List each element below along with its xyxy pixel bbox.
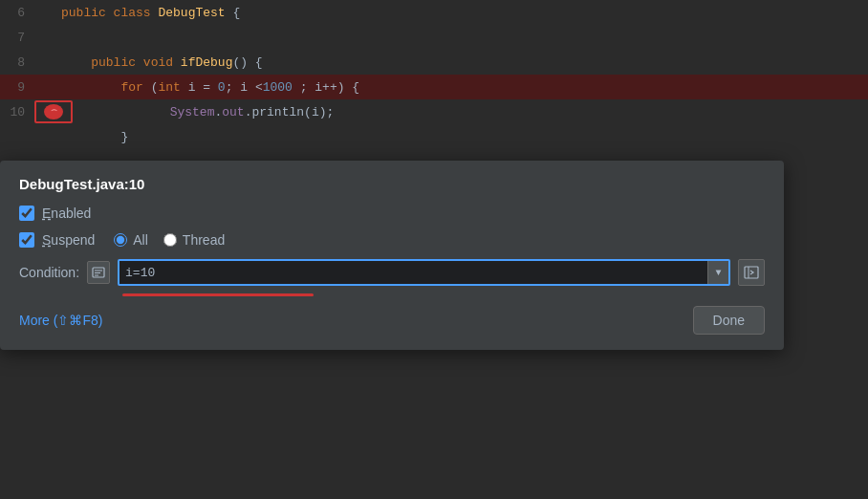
code-content-6: public class DebugTest { [54, 6, 868, 20]
condition-label: Condition: [19, 265, 79, 280]
condition-expand-button[interactable] [738, 259, 765, 286]
code-content-8: public void ifDebug() { [54, 55, 868, 70]
classname: DebugTest [158, 6, 225, 20]
all-text: All [133, 232, 148, 248]
indent [80, 105, 170, 119]
punctuation: { [226, 6, 241, 20]
breakpoint-dot: ⌢ [44, 104, 63, 119]
breakpoint-dialog: DebugTest.java:10 Enabled Suspend All Th… [0, 161, 784, 350]
keyword: public [61, 6, 114, 20]
error-underline [122, 293, 314, 296]
code-content-10: System.out.println(i); [73, 105, 868, 119]
code: } [61, 130, 128, 144]
suspend-row: Suspend All Thread [19, 232, 765, 248]
code: (i); [304, 105, 334, 119]
done-button[interactable]: Done [693, 306, 765, 335]
code-line-9: 9 for (int i = 0; i <1000 ; i++) { [0, 75, 868, 99]
keyword: public [91, 55, 143, 70]
all-radio-label[interactable]: All [114, 232, 148, 248]
condition-input[interactable] [119, 266, 707, 280]
keyword: int [158, 80, 180, 95]
thread-radio[interactable] [163, 233, 177, 247]
number: 1000 [263, 80, 293, 95]
indent [61, 80, 120, 95]
number: 0 [218, 80, 226, 95]
object: System [170, 105, 215, 119]
punctuation: () { [232, 55, 262, 70]
condition-icon-button[interactable] [87, 261, 110, 284]
suspend-options: All Thread [114, 232, 225, 248]
method-name: println [251, 105, 304, 119]
enabled-checkbox[interactable] [19, 206, 34, 221]
condition-row: Condition: ▼ [19, 259, 765, 286]
breakpoint-indicator[interactable]: ⌢ [34, 100, 73, 123]
line-number-6: 6 [0, 6, 34, 20]
keyword: void [143, 55, 181, 70]
dialog-title: DebugTest.java:10 [19, 176, 765, 192]
expand-icon [744, 266, 759, 279]
thread-radio-label[interactable]: Thread [163, 232, 225, 248]
suspend-text: Suspend [42, 232, 95, 248]
code-content-9: for (int i = 0; i <1000 ; i++) { [54, 80, 868, 95]
more-link[interactable]: More (⇧⌘F8) [19, 313, 102, 328]
keyword: class [114, 6, 159, 20]
dialog-footer: More (⇧⌘F8) Done [19, 306, 765, 335]
keyword: for [120, 80, 142, 95]
function-name: ifDebug [181, 55, 233, 70]
condition-input-wrapper: ▼ [118, 259, 730, 286]
code-line-10: 10 ⌢ System.out.println(i); [0, 99, 868, 124]
field: out [222, 105, 244, 119]
svg-rect-4 [745, 267, 758, 278]
condition-helper-icon [92, 266, 105, 279]
condition-dropdown-button[interactable]: ▼ [707, 261, 728, 284]
code-line-8: 8 public void ifDebug() { [0, 50, 868, 75]
line-number-10: 10 [0, 105, 34, 119]
breakpoint-icon: ⌢ [51, 105, 57, 116]
code: ; i++) { [293, 80, 359, 95]
code-line-7: 7 [0, 25, 868, 50]
code-editor: 6 public class DebugTest { 7 8 public vo… [0, 0, 868, 177]
code-content-7 [54, 31, 868, 45]
code: i = [181, 80, 218, 95]
code-line-6: 6 public class DebugTest { [0, 0, 868, 25]
suspend-checkbox[interactable] [19, 232, 34, 248]
code: ; i < [226, 80, 263, 95]
enabled-row: Enabled [19, 206, 765, 221]
all-radio[interactable] [114, 233, 127, 247]
code-line-close: } [0, 124, 868, 149]
enabled-text: Enabled [42, 206, 91, 221]
indent [61, 55, 91, 70]
thread-text: Thread [183, 232, 225, 248]
code-content-close: } [54, 130, 868, 144]
enabled-label[interactable]: Enabled [19, 206, 91, 221]
suspend-label[interactable]: Suspend [19, 232, 95, 248]
line-number-7: 7 [0, 31, 34, 45]
line-number-9: 9 [0, 80, 34, 95]
punctuation: ( [143, 80, 159, 95]
line-number-8: 8 [0, 55, 34, 70]
